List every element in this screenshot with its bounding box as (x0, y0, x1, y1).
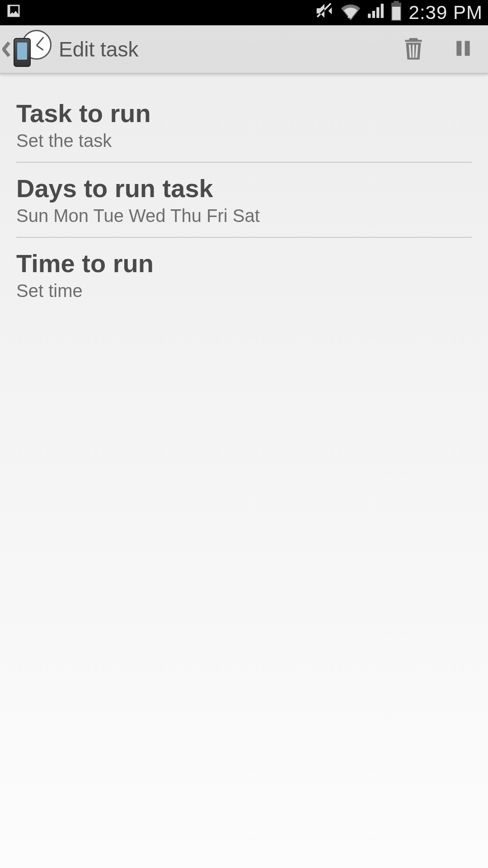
back-button[interactable] (0, 25, 59, 73)
status-bar: 2:39 PM (0, 0, 488, 25)
settings-list: Task to run Set the task Days to run tas… (0, 74, 488, 312)
item-title: Task to run (16, 99, 472, 128)
back-icon (2, 40, 11, 59)
item-subtitle: Set the task (16, 131, 472, 151)
svg-rect-1 (465, 41, 470, 56)
cellular-signal-icon (366, 2, 384, 24)
item-title: Time to run (16, 249, 472, 278)
delete-button[interactable] (389, 25, 438, 73)
pause-button[interactable] (438, 25, 488, 73)
battery-icon (390, 1, 403, 25)
item-title: Days to run task (16, 174, 472, 203)
item-task-to-run[interactable]: Task to run Set the task (16, 88, 472, 162)
vibrate-silent-icon (314, 0, 335, 25)
gallery-icon (5, 3, 22, 23)
item-subtitle: Set time (16, 281, 472, 301)
status-time: 2:39 PM (409, 2, 483, 24)
trash-icon (402, 35, 425, 63)
item-subtitle: Sun Mon Tue Wed Thu Fri Sat (16, 206, 472, 226)
item-time-to-run[interactable]: Time to run Set time (16, 237, 472, 312)
svg-rect-0 (456, 41, 461, 56)
action-bar: Edit task (0, 25, 488, 74)
app-phone-clock-icon (14, 32, 49, 67)
pause-icon (453, 37, 473, 61)
page-title: Edit task (59, 37, 138, 61)
wifi-icon (341, 1, 360, 24)
item-days-to-run[interactable]: Days to run task Sun Mon Tue Wed Thu Fri… (16, 162, 472, 237)
